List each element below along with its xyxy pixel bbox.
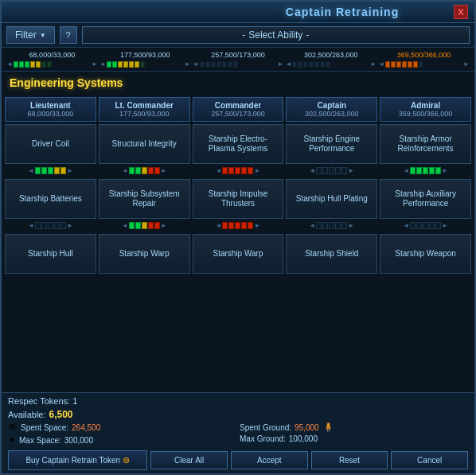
pip — [200, 61, 205, 68]
available-value: 6,500 — [49, 409, 73, 420]
cancel-button[interactable]: Cancel — [391, 451, 468, 469]
xp-arrow-right-3: ► — [277, 60, 283, 68]
pip-cell-2-5: ◄ ► — [380, 220, 471, 231]
pip-arrow-left: ◄ — [122, 167, 128, 174]
pip-arrow-right: ► — [67, 167, 73, 174]
rank-name: Lt. Commander — [103, 101, 186, 110]
mini-pip — [48, 167, 53, 174]
available-row: Available: 6,500 — [8, 409, 468, 420]
spent-ground-line: Spent Ground: 95,000 🧍 — [240, 422, 468, 433]
skill-armor-reinforcements[interactable]: Starship Armor Reinforcements — [380, 124, 471, 164]
skill-hull[interactable]: Starship Hull — [5, 234, 96, 274]
mini-pip — [410, 222, 416, 229]
pip — [391, 61, 396, 68]
mini-pip — [48, 222, 53, 229]
xp-pip-row-4: ◄ ► — [285, 60, 377, 68]
clear-all-button[interactable]: Clear All — [150, 451, 228, 469]
xp-pips-4 — [292, 61, 369, 68]
mini-pip — [228, 167, 234, 174]
pip-arrow-right: ► — [442, 222, 448, 229]
pip-cell-2-4: ◄ ► — [286, 220, 377, 231]
pip — [36, 61, 41, 68]
spent-space-label: Spent Space: — [21, 423, 68, 432]
pip — [228, 61, 232, 68]
skill-driver-coil[interactable]: Driver Coil — [5, 124, 96, 164]
mini-pip — [423, 167, 428, 174]
mini-pip — [41, 222, 47, 229]
space-icon-2: ✦ — [8, 434, 16, 446]
pip-arrow-left: ◄ — [216, 167, 222, 174]
spent-space-value: 264,500 — [72, 423, 100, 432]
reset-button[interactable]: Reset — [311, 451, 388, 469]
rank-name: Admiral — [384, 101, 467, 110]
accept-button[interactable]: Accept — [231, 451, 308, 469]
pip-arrow-left: ◄ — [403, 222, 409, 229]
skill-electro-plasma[interactable]: Starship Electro-Plasma Systems — [193, 124, 284, 164]
skill-impulse-thrusters[interactable]: Starship Impulse Thrusters — [193, 179, 284, 219]
skill-shield[interactable]: Starship Shield — [286, 234, 377, 274]
pip-cell-1-1: ◄ ► — [5, 165, 96, 176]
buy-retrain-token-button[interactable]: Buy Captain Retrain Token ⊛ — [8, 450, 147, 470]
toolbar: Filter ? Select Ability — [2, 23, 474, 48]
xp-pip-row-3: ◄ ► — [193, 60, 284, 68]
xp-col-4: 302,500/263,000 ◄ ► — [285, 51, 377, 68]
skill-name: Starship Shield — [305, 249, 358, 259]
help-button[interactable]: ? — [60, 26, 77, 44]
pip — [402, 61, 407, 68]
skill-engine-performance[interactable]: Starship Engine Performance — [286, 124, 377, 164]
mini-pip — [148, 222, 154, 229]
rank-header-commander: Commander 257,500/173,000 — [193, 97, 284, 122]
skill-auxiliary-performance[interactable]: Starship Auxiliary Performance — [380, 179, 471, 219]
xp-arrow-right-4: ► — [370, 60, 377, 68]
max-ground-label: Max Ground: — [240, 434, 286, 443]
pip-row-2: ◄ ► ◄ ► ◄ — [5, 220, 471, 231]
skill-warp-1[interactable]: Starship Warp — [99, 234, 190, 274]
pip — [396, 61, 401, 68]
pip — [30, 61, 35, 68]
pip — [140, 61, 145, 68]
space-icon: 👁 — [8, 422, 18, 433]
bottom-bar: Respec Tokens: 1 Available: 6,500 👁 Spen… — [2, 392, 474, 473]
skill-weapon[interactable]: Starship Weapon — [380, 234, 471, 274]
pip-arrow-right: ► — [348, 222, 354, 229]
pip — [112, 61, 117, 68]
mini-pip — [423, 222, 428, 229]
skill-name: Starship Engine Performance — [290, 134, 373, 154]
skill-hull-plating[interactable]: Starship Hull Plating — [286, 179, 377, 219]
skills-row-3: Starship Hull Starship Warp Starship War… — [5, 234, 471, 274]
mini-pip — [341, 167, 347, 174]
pip — [298, 61, 302, 68]
pip — [222, 61, 227, 68]
xp-pip-row-5: ◄ ► — [378, 60, 470, 68]
pip — [309, 61, 314, 68]
rank-pts: 257,500/173,000 — [197, 110, 280, 118]
pip-cell-1-5: ◄ ► — [380, 165, 471, 176]
skill-name: Driver Coil — [32, 139, 69, 149]
skill-warp-2[interactable]: Starship Warp — [193, 234, 284, 274]
skill-structural-integrity[interactable]: Structural Integrity — [99, 124, 190, 164]
xp-col-2: 177,500/93,000 ◄ ► — [99, 51, 191, 68]
max-space-value: 300,000 — [64, 436, 93, 445]
xp-label-4: 302,500/263,000 — [304, 51, 358, 59]
skill-batteries[interactable]: Starship Batteries — [5, 179, 96, 219]
pip — [233, 61, 238, 68]
xp-arrow-right-5: ► — [463, 60, 470, 68]
mini-pip — [60, 222, 66, 229]
available-label: Available: — [8, 410, 46, 419]
mini-pip — [435, 167, 441, 174]
xp-col-3: 257,500/173,000 ◄ ► — [193, 51, 284, 68]
skill-subsystem-repair[interactable]: Starship Subsystem Repair — [99, 179, 190, 219]
skill-name: Starship Auxiliary Performance — [384, 189, 467, 208]
mini-pip — [148, 167, 154, 174]
filter-button[interactable]: Filter — [6, 26, 55, 44]
mini-pip — [410, 167, 416, 174]
xp-arrow-left-3: ◄ — [193, 60, 199, 68]
mini-pip — [248, 167, 253, 174]
skills-row-2: Starship Batteries Starship Subsystem Re… — [5, 179, 471, 219]
pip-arrow-right: ► — [348, 167, 354, 174]
select-ability-dropdown[interactable]: Select Ability — [82, 26, 470, 44]
close-button[interactable]: X — [454, 5, 468, 19]
stats-row: 👁 Spent Space: 264,500 ✦ Max Space: 300,… — [8, 422, 468, 446]
pip-cell-1-2: ◄ ► — [99, 165, 190, 176]
max-ground-line: Max Ground: 100,000 — [240, 434, 468, 443]
